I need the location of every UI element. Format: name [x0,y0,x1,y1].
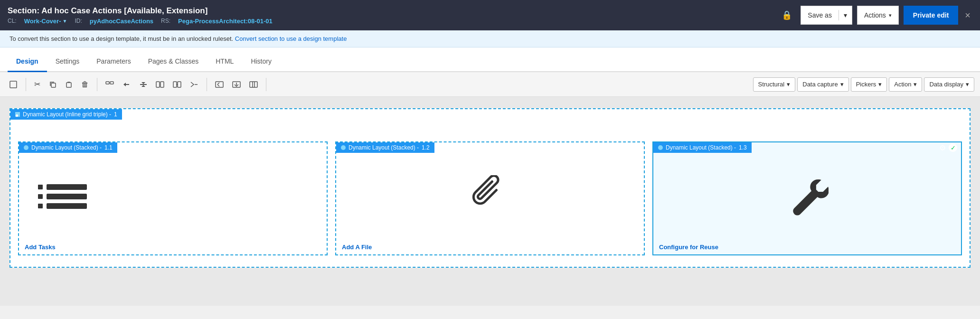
gear-icon[interactable]: ⚙ [939,143,946,152]
expand-right-button[interactable] [170,79,185,90]
svg-rect-2 [66,83,71,87]
outer-layout-header: ● Dynamic Layout (Inline grid triple) - … [10,109,122,120]
cell1-number: 1.1 [104,144,113,151]
tab-parameters[interactable]: Parameters [88,52,139,72]
list-line-3 [47,203,87,209]
svg-marker-7 [141,85,145,87]
toolbar-separator-3 [207,78,207,91]
list-bullet-3 [38,204,43,208]
actions-button[interactable]: Actions ▾ [857,6,899,25]
list-icon [38,184,87,209]
tab-history[interactable]: History [242,52,280,72]
svg-rect-10 [173,82,177,87]
structural-label: Structural [758,81,785,88]
cell1-footer: Add Tasks [19,240,327,254]
copy-button[interactable] [46,78,60,91]
outer-layout-dot: ● [15,112,20,117]
cell2-dot [341,145,346,150]
id-value: pyAdhocCaseActions [90,18,153,25]
cell2-content [336,153,644,240]
inner-layout-3-header-bar: Dynamic Layout (Stacked) - 1.3 ⚙ ✓ [653,142,961,153]
header-right: 🔒 Save as ▾ Actions ▾ Private edit × [782,6,972,25]
cell3-label: Dynamic Layout (Stacked) - [666,144,736,151]
private-edit-button[interactable]: Private edit [904,6,958,25]
inner-layout-1[interactable]: Dynamic Layout (Stacked) - 1.1 [18,141,328,255]
action-label: Action [894,81,911,88]
cl-value-container[interactable]: Work-Cover- ▼ [24,18,67,25]
svg-rect-14 [250,82,257,87]
check-circle-icon: ✓ [949,143,957,152]
action-chevron-icon: ▾ [914,81,917,88]
layout-grid-button[interactable] [102,79,117,90]
tab-pages-classes[interactable]: Pages & Classes [140,52,207,72]
cell3-dot [658,145,663,150]
cut-button[interactable]: ✂ [31,77,44,91]
svg-rect-12 [216,82,223,87]
actions-chevron-icon: ▾ [889,12,892,19]
toolbar-separator-2 [97,78,97,91]
svg-rect-11 [178,82,181,87]
outer-layout[interactable]: ● Dynamic Layout (Inline grid triple) - … [9,108,971,268]
paste-button[interactable] [62,78,76,91]
tab-design[interactable]: Design [8,52,47,72]
toolbar-separator-1 [26,78,26,91]
action-dropdown[interactable]: Action ▾ [889,77,922,92]
pickers-dropdown[interactable]: Pickers ▾ [851,77,887,92]
lock-icon: 🔒 [782,10,792,20]
id-label: ID: [75,18,82,24]
page-title: Section: Ad hoc Case Actions [Available,… [8,6,273,16]
inner-layout-3-header: Dynamic Layout (Stacked) - 1.3 [653,142,752,153]
list-bullet-2 [38,194,43,199]
inner-layout-3[interactable]: Dynamic Layout (Stacked) - 1.3 ⚙ ✓ Confi… [652,141,962,255]
paperclip-icon [469,175,511,218]
outer-layout-number: 1 [114,111,117,118]
data-display-dropdown[interactable]: Data display ▾ [924,77,974,92]
tab-settings[interactable]: Settings [47,52,88,72]
svg-rect-0 [10,81,17,88]
save-as-button[interactable]: Save as ▾ [801,6,852,25]
list-row-1 [38,184,87,190]
design-toolbar: ✂ 🗑 [0,72,980,97]
rs-value: Pega-ProcessArchitect:08-01-01 [178,18,273,25]
cl-dropdown-icon[interactable]: ▼ [62,19,67,24]
cell2-footer: Add A File [336,240,644,254]
data-display-chevron-icon: ▾ [966,81,969,88]
structural-dropdown[interactable]: Structural ▾ [753,77,796,92]
save-as-dropdown-icon[interactable]: ▾ [839,10,852,20]
column-button[interactable] [246,79,261,90]
pickers-chevron-icon: ▾ [878,81,882,88]
close-button[interactable]: × [963,8,972,23]
svg-rect-4 [110,82,113,84]
tab-bar: Design Settings Parameters Pages & Class… [0,47,980,72]
svg-rect-1 [51,83,56,87]
tab-html[interactable]: HTML [207,52,242,72]
list-row-2 [38,194,87,199]
actions-label: Actions [864,11,886,19]
svg-rect-3 [106,82,109,84]
layout-arrow-button[interactable] [119,79,134,90]
inner-layout-2[interactable]: Dynamic Layout (Stacked) - 1.2 Add A Fil… [335,141,645,255]
svg-marker-6 [141,82,145,84]
svg-rect-8 [156,82,160,87]
delete-button[interactable]: 🗑 [78,78,92,91]
cell1-content [19,153,327,240]
embed-button[interactable] [212,79,227,90]
data-capture-chevron-icon: ▾ [840,81,844,88]
embed-down-button[interactable] [229,79,244,90]
collapse-button[interactable] [187,79,202,90]
list-bullet-1 [38,185,43,189]
data-capture-label: Data capture [802,81,838,88]
pickers-label: Pickers [856,81,876,88]
expand-button[interactable] [152,79,168,90]
convert-link[interactable]: Convert section to use a design template [235,35,347,42]
rs-label: RS: [161,18,170,24]
select-tool-button[interactable] [6,78,21,91]
cell2-label: Dynamic Layout (Stacked) - [349,144,419,151]
svg-rect-9 [160,82,164,87]
header-meta: CL: Work-Cover- ▼ ID: pyAdhocCaseActions… [8,18,273,25]
toolbar-separator-4 [266,78,266,91]
convert-banner: To convert this section to use a design … [0,30,980,47]
center-button[interactable] [136,78,151,91]
design-canvas: ● Dynamic Layout (Inline grid triple) - … [0,97,980,306]
data-capture-dropdown[interactable]: Data capture ▾ [797,77,848,92]
